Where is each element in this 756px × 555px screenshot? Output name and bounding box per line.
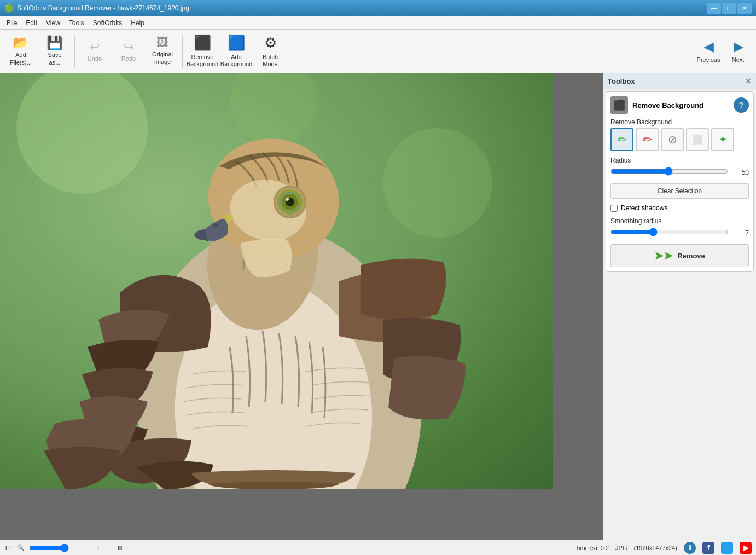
menu-item-help[interactable]: Help xyxy=(126,18,149,28)
maximize-button[interactable]: □ xyxy=(722,3,736,14)
add-bg-label: AddBackground xyxy=(220,54,253,68)
next-arrow-icon: ▶ xyxy=(734,40,743,54)
remove-button[interactable]: ➤➤ Remove xyxy=(610,244,749,267)
detect-shadows-label: Detect shadows xyxy=(621,204,667,212)
twitter-button[interactable]: 🐦 xyxy=(721,542,733,554)
menu-item-tools[interactable]: Tools xyxy=(65,18,89,28)
view-toggle-icon: 🖥 xyxy=(117,545,123,551)
svg-point-1 xyxy=(383,128,492,238)
erase-brush-icon: ⊘ xyxy=(668,133,677,146)
format-label: JPG xyxy=(615,545,627,551)
add-file-icon: 📂 xyxy=(13,36,29,49)
toolbox-header: Toolbox ✕ xyxy=(603,73,756,89)
menu-item-edit[interactable]: Edit xyxy=(21,18,42,28)
smoothing-slider[interactable] xyxy=(610,227,728,237)
youtube-button[interactable]: ▶ xyxy=(740,542,752,554)
remove-background-button[interactable]: ⬛ RemoveBackground xyxy=(186,33,219,70)
green-brush-button[interactable]: ✏ xyxy=(610,128,633,151)
smoothing-label: Smoothing radius xyxy=(610,217,749,225)
remove-bg-header: ⬛ Remove Background ? xyxy=(610,96,749,114)
original-image-button[interactable]: 🖼 OriginalImage xyxy=(146,33,179,70)
remove-bg-panel: ⬛ Remove Background ? Remove Background … xyxy=(606,91,754,272)
redo-label: Redo xyxy=(121,55,136,62)
next-label: Next xyxy=(732,56,745,63)
previous-label: Previous xyxy=(697,56,720,63)
save-as-icon: 💾 xyxy=(46,36,63,49)
info-button[interactable]: ℹ xyxy=(684,542,696,554)
remove-bg-icon: ⬛ xyxy=(613,99,625,111)
dimensions-label: (1920x1477x24) xyxy=(633,545,677,551)
title-bar-controls: — □ ✕ xyxy=(707,3,752,14)
canvas-area[interactable] xyxy=(0,73,603,540)
app-icon: 🟢 xyxy=(4,4,14,13)
radius-label: Radius xyxy=(610,157,749,164)
batch-mode-label: BatchMode xyxy=(263,54,278,68)
detect-shadows-checkbox[interactable] xyxy=(610,205,618,212)
radius-slider-row: 50 xyxy=(610,166,749,178)
nav-area: ◀ Previous ▶ Next xyxy=(690,30,756,73)
erase-brush-button[interactable]: ⊘ xyxy=(661,128,684,151)
radius-slider[interactable] xyxy=(610,166,728,176)
main-area: Toolbox ✕ ⬛ Remove Background ? Remove B… xyxy=(0,73,756,540)
toolbar-file-group: 📂 AddFile(s)... 💾 Saveas... xyxy=(4,33,71,70)
svg-point-15 xyxy=(213,224,219,227)
rect-select-icon: ⬜ xyxy=(692,135,703,145)
smoothing-slider-container xyxy=(610,227,728,239)
previous-arrow-icon: ◀ xyxy=(704,40,713,54)
menu-item-file[interactable]: File xyxy=(2,18,21,28)
zoom-slider[interactable] xyxy=(29,543,100,553)
facebook-button[interactable]: f xyxy=(702,542,714,554)
svg-point-0 xyxy=(16,73,148,194)
help-button[interactable]: ? xyxy=(734,97,749,113)
radius-value: 50 xyxy=(732,169,749,176)
save-as-button[interactable]: 💾 Saveas... xyxy=(38,33,71,70)
undo-button[interactable]: ↩ Undo xyxy=(78,33,111,70)
zoom-level: 1:1 xyxy=(4,545,13,551)
hawk-svg xyxy=(0,73,553,489)
remove-label: Remove xyxy=(677,252,705,260)
previous-button[interactable]: ◀ Previous xyxy=(695,33,722,70)
toolbox-title: Toolbox xyxy=(608,77,635,85)
close-button[interactable]: ✕ xyxy=(737,3,752,14)
toolbar-bg-group: ⬛ RemoveBackground 🟦 AddBackground ⚙ Bat… xyxy=(186,33,287,70)
undo-label: Undo xyxy=(88,55,102,62)
time-label: Time (s): 0.2 xyxy=(575,545,609,551)
toolbar: 📂 AddFile(s)... 💾 Saveas... ↩ Undo ↪ Red… xyxy=(0,30,756,73)
remove-bg-panel-icon: ⬛ xyxy=(610,96,628,114)
zoom-plus-icon: + xyxy=(104,545,107,551)
toolbox-close-button[interactable]: ✕ xyxy=(745,77,752,85)
status-left: 1:1 🔍 + 🖥 xyxy=(4,543,123,553)
title-bar: 🟢 SoftOrbits Background Remover - hawk-2… xyxy=(0,0,756,16)
undo-icon: ↩ xyxy=(90,41,100,53)
window-title: SoftOrbits Background Remover - hawk-271… xyxy=(17,4,189,12)
add-bg-icon: 🟦 xyxy=(228,34,245,51)
remove-bg-section-label: Remove Background xyxy=(610,118,749,126)
add-file-button[interactable]: 📂 AddFile(s)... xyxy=(4,33,37,70)
rect-select-button[interactable]: ⬜ xyxy=(686,128,709,151)
clear-selection-button[interactable]: Clear Selection xyxy=(610,183,749,199)
magic-wand-button[interactable]: ✦ xyxy=(711,128,734,151)
remove-bg-label: RemoveBackground xyxy=(187,54,219,68)
batch-mode-icon: ⚙ xyxy=(264,34,277,51)
svg-point-12 xyxy=(286,198,289,201)
zoom-icon: 🔍 xyxy=(17,544,25,551)
batch-mode-button[interactable]: ⚙ BatchMode xyxy=(254,33,287,70)
menu-bar: FileEditViewToolsSoftOrbitsHelp xyxy=(0,16,756,30)
original-image-icon: 🖼 xyxy=(156,37,168,49)
next-button[interactable]: ▶ Next xyxy=(724,33,752,70)
toolbar-edit-group: ↩ Undo ↪ Redo 🖼 OriginalImage xyxy=(78,33,179,70)
add-background-button[interactable]: 🟦 AddBackground xyxy=(220,33,253,70)
redo-button[interactable]: ↪ Redo xyxy=(112,33,145,70)
magic-wand-icon: ✦ xyxy=(719,134,727,146)
save-as-label: Saveas... xyxy=(48,51,61,66)
red-brush-button[interactable]: ✏ xyxy=(636,128,659,151)
svg-point-2 xyxy=(230,73,317,144)
status-right: Time (s): 0.2 JPG (1920x1477x24) ℹ f 🐦 ▶ xyxy=(575,542,752,554)
smoothing-slider-row: 7 xyxy=(610,227,749,239)
menu-item-view[interactable]: View xyxy=(42,18,65,28)
minimize-button[interactable]: — xyxy=(707,3,721,14)
detect-shadows-row: Detect shadows xyxy=(610,204,749,212)
menu-item-softorbits[interactable]: SoftOrbits xyxy=(89,18,126,28)
status-bar: 1:1 🔍 + 🖥 Time (s): 0.2 JPG (1920x1477x2… xyxy=(0,540,756,555)
add-file-label: AddFile(s)... xyxy=(10,51,32,66)
